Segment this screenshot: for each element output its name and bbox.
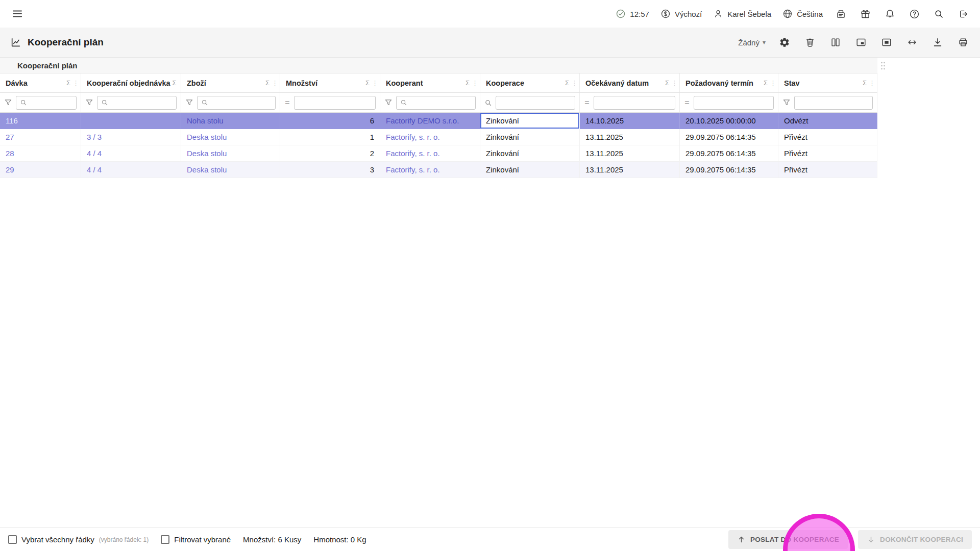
- filter-input-kooperace[interactable]: [500, 98, 571, 107]
- cell-kooperace[interactable]: Zinkování: [480, 145, 580, 162]
- filter-input-stav[interactable]: [798, 98, 869, 107]
- delete-button[interactable]: [803, 36, 817, 49]
- aggregate-sigma-icon[interactable]: Σ: [66, 79, 70, 87]
- cell-kooperace[interactable]: Zinkování: [480, 129, 580, 145]
- cell-zbozi[interactable]: Deska stolu: [181, 145, 280, 162]
- filter-input-pozadovany-termin[interactable]: [698, 98, 770, 107]
- environment-selector[interactable]: Výchozí: [660, 9, 702, 19]
- aggregate-sigma-icon[interactable]: Σ: [764, 79, 768, 87]
- aggregate-sigma-icon[interactable]: Σ: [365, 79, 370, 87]
- cell-kooperacni-objednavka[interactable]: 4 / 4: [81, 162, 181, 178]
- select-all-rows[interactable]: Vybrat všechny řádky (vybráno řádek: 1): [8, 535, 149, 544]
- column-header-pozadovany-termin[interactable]: Požadovaný termínΣ⋮: [680, 73, 778, 92]
- aggregate-sigma-icon[interactable]: Σ: [863, 79, 867, 87]
- cell-pozadovany-termin[interactable]: 29.09.2075 06:14:35: [680, 145, 778, 162]
- equals-operator-icon[interactable]: =: [584, 98, 590, 107]
- cell-kooperacni-objednavka[interactable]: 3 / 3: [81, 129, 181, 145]
- column-handle-icon[interactable]: ⋮: [72, 79, 79, 87]
- select-all-checkbox[interactable]: [8, 535, 17, 544]
- cell-stav[interactable]: Přivézt: [778, 145, 877, 162]
- cell-kooperacni-objednavka[interactable]: [81, 113, 181, 129]
- filter-selected-checkbox[interactable]: [161, 535, 169, 544]
- column-handle-icon[interactable]: ⋮: [272, 79, 278, 87]
- table-row[interactable]: 116 Noha stolu 6 Factorify DEMO s.r.o. Z…: [0, 113, 877, 129]
- cell-ocekavany-datum[interactable]: 13.11.2025: [580, 162, 680, 178]
- cell-zbozi[interactable]: Noha stolu: [181, 113, 280, 129]
- filter-input-davka[interactable]: [30, 98, 72, 107]
- cell-kooperace-focused[interactable]: Zinkování: [480, 113, 580, 129]
- cell-davka[interactable]: 27: [0, 129, 81, 145]
- settings-button[interactable]: [778, 36, 791, 49]
- column-handle-icon[interactable]: ⋮: [372, 79, 378, 87]
- whats-new-button[interactable]: [859, 7, 872, 20]
- fit-view-button[interactable]: [880, 36, 893, 49]
- language-selector[interactable]: Čeština: [782, 9, 823, 19]
- cell-ocekavany-datum[interactable]: 13.11.2025: [580, 129, 680, 145]
- filter-funnel-icon[interactable]: [384, 98, 393, 107]
- notifications-button[interactable]: [883, 7, 896, 20]
- cell-davka[interactable]: 116: [0, 113, 81, 129]
- filter-input-kooperant[interactable]: [410, 98, 472, 107]
- table-row[interactable]: 29 4 / 4 Deska stolu 3 Factorify, s. r. …: [0, 162, 877, 178]
- filter-input-zbozi[interactable]: [211, 98, 272, 107]
- search-icon[interactable]: [484, 99, 492, 107]
- column-header-kooperace[interactable]: KooperaceΣ⋮: [480, 73, 580, 92]
- cell-pozadovany-termin[interactable]: 20.10.2025 00:00:00: [680, 113, 778, 129]
- finish-cooperation-button[interactable]: DOKONČIT KOOPERACI: [858, 530, 972, 549]
- download-button[interactable]: [931, 36, 944, 49]
- cell-kooperant[interactable]: Factorify, s. r. o.: [380, 145, 480, 162]
- equals-operator-icon[interactable]: =: [684, 98, 690, 107]
- hamburger-menu-button[interactable]: [10, 7, 24, 21]
- cell-davka[interactable]: 29: [0, 162, 81, 178]
- cell-stav[interactable]: Přivézt: [778, 162, 877, 178]
- aggregate-sigma-icon[interactable]: Σ: [665, 79, 669, 87]
- column-header-stav[interactable]: StavΣ⋮: [778, 73, 877, 92]
- column-handle-icon[interactable]: ⋮: [671, 79, 678, 87]
- cell-kooperant[interactable]: Factorify, s. r. o.: [380, 129, 480, 145]
- filter-input-mnozstvi[interactable]: [298, 98, 372, 107]
- cell-mnozstvi[interactable]: 2: [280, 145, 380, 162]
- help-button[interactable]: [908, 7, 921, 20]
- column-header-kooperant[interactable]: KooperantΣ⋮: [380, 73, 480, 92]
- column-header-davka[interactable]: DávkaΣ⋮: [0, 73, 81, 92]
- filter-funnel-icon[interactable]: [782, 98, 791, 107]
- aggregate-sigma-icon[interactable]: Σ: [173, 79, 177, 87]
- column-handle-icon[interactable]: ⋮: [472, 79, 478, 87]
- table-row[interactable]: 28 4 / 4 Deska stolu 2 Factorify, s. r. …: [0, 145, 877, 162]
- cell-mnozstvi[interactable]: 3: [280, 162, 380, 178]
- cell-kooperacni-objednavka[interactable]: 4 / 4: [81, 145, 181, 162]
- cell-pozadovany-termin[interactable]: 29.09.2075 06:14:35: [680, 129, 778, 145]
- cell-ocekavany-datum[interactable]: 13.11.2025: [580, 145, 680, 162]
- cell-zbozi[interactable]: Deska stolu: [181, 162, 280, 178]
- filter-input-kooperacni-objednavka[interactable]: [111, 98, 173, 107]
- cell-ocekavany-datum[interactable]: 14.10.2025: [580, 113, 680, 129]
- aggregate-sigma-icon[interactable]: Σ: [265, 79, 270, 87]
- system-status[interactable]: 12:57: [616, 9, 649, 19]
- search-button[interactable]: [932, 7, 945, 20]
- filter-funnel-icon[interactable]: [85, 98, 93, 107]
- columns-button[interactable]: [829, 36, 842, 49]
- send-to-cooperation-button[interactable]: POSLAT DO KOOPERACE: [728, 530, 848, 549]
- column-header-zbozi[interactable]: ZbožíΣ⋮: [181, 73, 280, 92]
- cell-stav[interactable]: Přivézt: [778, 129, 877, 145]
- expand-columns-button[interactable]: [905, 36, 919, 49]
- print-terminal-button[interactable]: [834, 7, 847, 20]
- print-button[interactable]: [957, 36, 970, 49]
- view-preset-dropdown[interactable]: Žádný ▾: [738, 38, 766, 47]
- column-handle-icon[interactable]: ⋮: [770, 79, 776, 87]
- table-row[interactable]: 27 3 / 3 Deska stolu 1 Factorify, s. r. …: [0, 129, 877, 145]
- cell-kooperace[interactable]: Zinkování: [480, 162, 580, 178]
- filter-input-ocekavany-datum[interactable]: [598, 98, 671, 107]
- cell-pozadovany-termin[interactable]: 29.09.2075 06:14:35: [680, 162, 778, 178]
- cell-zbozi[interactable]: Deska stolu: [181, 129, 280, 145]
- filter-funnel-icon[interactable]: [4, 98, 12, 107]
- column-header-kooperacni-objednavka[interactable]: Kooperační objednávkaΣ⋮: [81, 73, 181, 92]
- column-handle-icon[interactable]: ⋮: [571, 79, 578, 87]
- aggregate-sigma-icon[interactable]: Σ: [465, 79, 470, 87]
- column-header-ocekavany-datum[interactable]: Očekávaný datumΣ⋮: [580, 73, 680, 92]
- cell-davka[interactable]: 28: [0, 145, 81, 162]
- logout-button[interactable]: [957, 7, 970, 20]
- picture-in-picture-button[interactable]: [854, 36, 868, 49]
- aggregate-sigma-icon[interactable]: Σ: [565, 79, 569, 87]
- cell-kooperant[interactable]: Factorify DEMO s.r.o.: [380, 113, 480, 129]
